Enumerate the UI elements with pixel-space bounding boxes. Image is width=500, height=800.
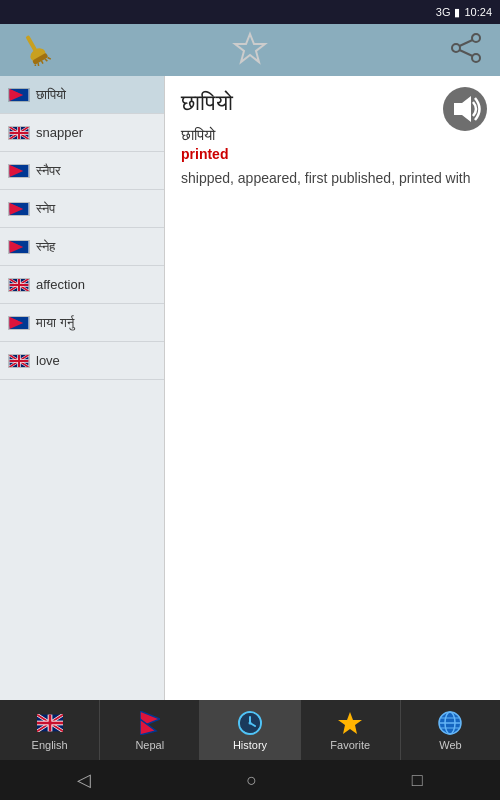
tab-web-label: Web [439,739,461,751]
svg-marker-74 [338,712,362,734]
nepal-flag-icon [8,202,30,216]
svg-point-9 [472,34,480,42]
top-toolbar [0,24,500,76]
definition-word: छापियो [181,126,484,144]
list-item[interactable]: स्नैपर [0,152,164,190]
tab-nepal-label: Nepal [135,739,164,751]
tab-web[interactable]: Web [400,700,500,760]
time-display: 10:24 [464,6,492,18]
share-icon [448,30,484,66]
tab-history[interactable]: History [199,700,299,760]
list-item[interactable]: affection [0,266,164,304]
svg-marker-8 [235,34,265,62]
back-button[interactable]: ◁ [77,769,91,791]
svg-line-5 [42,61,44,64]
svg-line-4 [37,63,39,66]
favorite-star-button[interactable] [232,30,268,70]
word-label: स्नेप [36,201,55,217]
list-item[interactable]: माया गर्नु [0,304,164,342]
tab-english-label: English [32,739,68,751]
nepal-flag-icon [8,316,30,330]
signal-indicator: 3G [436,6,451,18]
nepal-flag-nav-icon [137,710,163,736]
uk-flag-icon [8,354,30,368]
uk-flag-nav-icon [37,710,63,736]
bottom-navigation: English Nepal History [0,700,500,760]
svg-line-12 [460,40,473,46]
word-label: affection [36,277,85,293]
recent-apps-button[interactable]: □ [412,770,423,791]
word-label: माया गर्नु [36,315,74,331]
tab-english[interactable]: English [0,700,99,760]
broom-icon [16,30,52,66]
svg-point-73 [249,721,252,724]
word-label: छापियो [36,87,66,103]
definition-type: printed [181,146,484,162]
tab-favorite[interactable]: Favorite [300,700,400,760]
nepal-flag-icon [8,164,30,178]
definition-panel: छापियो छापियो printed shipped, appeared,… [165,76,500,700]
share-button[interactable] [448,30,484,70]
definition-meaning: shipped, appeared, first published, prin… [181,168,484,189]
svg-line-7 [48,56,51,60]
tab-nepal[interactable]: Nepal [99,700,199,760]
nepal-flag-icon [8,88,30,102]
list-item[interactable]: snapper [0,114,164,152]
clear-button[interactable] [16,30,52,70]
word-label: स्नैपर [36,163,61,179]
home-button[interactable]: ○ [246,770,257,791]
svg-line-13 [460,50,473,56]
word-label: love [36,353,60,369]
favorite-star-nav-icon [337,710,363,736]
definition-title: छापियो [181,90,484,116]
list-item[interactable]: स्नेप [0,190,164,228]
word-label: स्नेह [36,239,55,255]
tab-favorite-label: Favorite [330,739,370,751]
uk-flag-icon [8,278,30,292]
svg-point-10 [452,44,460,52]
svg-line-3 [34,64,37,66]
tab-history-label: History [233,739,267,751]
history-clock-icon [237,710,263,736]
web-globe-icon [437,710,463,736]
svg-point-11 [472,54,480,62]
word-list: छापियो snapper स्नैपर [0,76,165,700]
list-item[interactable]: छापियो [0,76,164,114]
battery-icon: ▮ [454,6,460,19]
speaker-icon[interactable] [442,86,488,132]
svg-line-6 [45,58,47,61]
system-navigation-bar: ◁ ○ □ [0,760,500,800]
nepal-flag-icon [8,240,30,254]
list-item[interactable]: love [0,342,164,380]
star-outline-icon [232,30,268,66]
list-item[interactable]: स्नेह [0,228,164,266]
status-bar: 3G ▮ 10:24 [0,0,500,24]
uk-flag-icon [8,126,30,140]
word-label: snapper [36,125,83,141]
main-content: छापियो snapper स्नैपर [0,76,500,700]
